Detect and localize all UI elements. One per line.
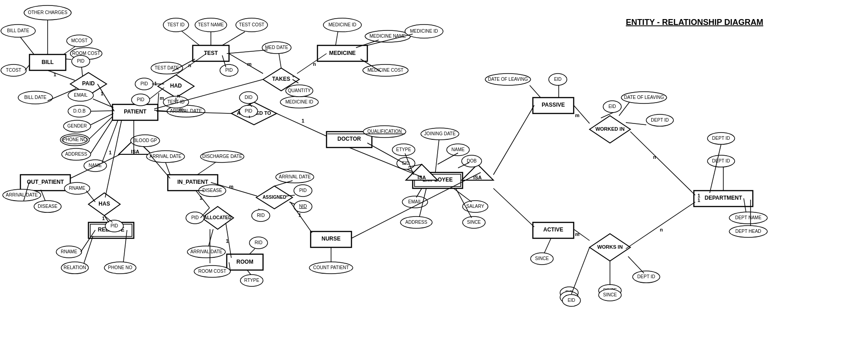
- svg-line-117: [628, 256, 644, 273]
- attr-arrival-date-outpatient-label: ARRIVAL DATE: [6, 192, 38, 197]
- relation-paid-label: PAID: [82, 80, 95, 87]
- entity-room-label: ROOM: [236, 259, 253, 265]
- svg-line-59: [41, 190, 45, 201]
- relation-takes-label: TAKES: [272, 76, 290, 82]
- svg-line-46: [277, 113, 327, 136]
- relation-works-in-label: WORKS IN: [597, 244, 623, 250]
- svg-line-72: [209, 229, 213, 246]
- svg-line-102: [493, 105, 534, 175]
- svg-text:n: n: [188, 63, 191, 68]
- svg-line-15: [91, 120, 112, 153]
- attr-dob-patient-label: D.O.B: [73, 108, 86, 113]
- attr-did-label: DID: [244, 95, 252, 100]
- attr-room-cost-label: ROOM COST: [198, 269, 226, 274]
- attr-arrival-date-inpatient-label: ARRIVAL DATE: [150, 154, 182, 159]
- attr-rtype-label: RTYPE: [244, 278, 259, 283]
- svg-text:1: 1: [200, 195, 202, 201]
- svg-text:n: n: [653, 154, 656, 160]
- svg-line-62: [86, 191, 95, 202]
- attr-test-name-label: TEST NAME: [198, 22, 224, 27]
- svg-text:n: n: [660, 227, 663, 232]
- svg-line-97: [454, 188, 472, 202]
- svg-text:1: 1: [101, 91, 103, 96]
- entity-passive-label: PASSIVE: [541, 102, 565, 108]
- attr-since-works-bottom-label: SINCE: [603, 292, 617, 297]
- attr-medicine-cost-label: MEDICINE COST: [367, 68, 403, 73]
- attr-salary-label: SALARY: [466, 204, 484, 209]
- attr-dept-id-dept-label: DEPT ID: [712, 158, 730, 163]
- svg-line-38: [336, 32, 338, 45]
- attr-rname-has-label: RNAME: [69, 186, 85, 191]
- attr-pid-allocated-label: PID: [191, 215, 199, 220]
- attr-qualification-label: QUALIFICATION: [367, 129, 402, 134]
- attr-pid-had-label: PID: [141, 81, 148, 86]
- attr-phone-label: PHONE NO: [63, 137, 87, 142]
- svg-line-76: [249, 249, 255, 254]
- svg-text:m: m: [160, 95, 164, 101]
- attr-dept-id-works-label: DEPT ID: [637, 274, 655, 279]
- attr-blood-gp-label: BLOOD GP: [133, 138, 157, 143]
- attr-disease-outpatient-label: DISEASE: [38, 204, 58, 209]
- svg-line-104: [530, 85, 541, 98]
- entity-active-label: ACTIVE: [543, 226, 563, 233]
- attr-name-employee-label: NAME: [452, 147, 465, 152]
- attr-discharge-date-label: DISCHARGE DATE: [202, 154, 242, 159]
- attr-test-cost-label: TEST COST: [239, 22, 264, 27]
- entity-bill-label: BILL: [42, 59, 54, 65]
- svg-line-30: [227, 50, 268, 54]
- attr-disease-inpatient-label: DISEASE: [202, 188, 222, 193]
- svg-line-5: [48, 70, 75, 80]
- svg-text:1: 1: [109, 150, 112, 155]
- attr-eid-worked-label: EID: [609, 104, 616, 109]
- attr-address-employee-label: ADDRESS: [405, 220, 428, 225]
- attr-tcost-label: TCOST: [6, 68, 21, 73]
- svg-line-27: [222, 32, 245, 45]
- er-diagram-svg: ENTITY - RELATIONSHIP DIAGRAM BILL PAID …: [0, 0, 868, 364]
- svg-text:1: 1: [102, 216, 105, 221]
- entity-test-label: TEST: [204, 50, 218, 56]
- attr-since-employee-label: SINCE: [467, 220, 481, 225]
- svg-text:n: n: [313, 61, 316, 67]
- entity-in-patient-label: IN_PATIENT: [177, 179, 209, 185]
- attr-pid-test-label: PID: [225, 68, 233, 73]
- svg-line-25: [181, 31, 200, 45]
- attr-dob-employee-label: DOB: [467, 158, 477, 163]
- attr-eid-works-bottom-label: EID: [568, 298, 575, 303]
- svg-text:1: 1: [54, 72, 56, 77]
- attr-mcost-label: MCOST: [71, 38, 88, 43]
- attr-rid-assigned-label: RID: [257, 213, 264, 218]
- svg-text:m: m: [575, 113, 580, 118]
- svg-text:1: 1: [154, 81, 157, 86]
- attr-pid-had2-label: PID: [137, 97, 145, 102]
- svg-line-93: [438, 153, 458, 164]
- attr-pid-assigned-label: PID: [245, 108, 253, 113]
- attr-quantity-label: QUANTITY: [288, 88, 311, 93]
- svg-line-35: [279, 54, 281, 68]
- svg-text:1: 1: [298, 212, 301, 218]
- svg-line-114: [630, 132, 695, 195]
- svg-line-110: [544, 238, 551, 253]
- attr-pid-assigned2-label: PID: [299, 188, 307, 193]
- svg-line-100: [435, 140, 439, 172]
- attr-name-patient-label: NAME: [89, 163, 102, 168]
- svg-line-124: [710, 144, 721, 193]
- svg-line-8: [82, 67, 83, 76]
- attr-rname-relative-label: RNAME: [61, 249, 77, 254]
- svg-line-77: [247, 270, 251, 275]
- relation-allocated-label: ALLOCATED: [204, 215, 232, 220]
- attr-pid-has-label: PID: [111, 223, 118, 228]
- attr-medicine-id-takes-label: MEDICINE ID: [285, 99, 313, 104]
- svg-line-103: [493, 188, 534, 227]
- svg-text:m: m: [247, 61, 252, 67]
- attr-address-patient-label: ADDRESS: [65, 152, 88, 157]
- svg-text:1: 1: [302, 118, 304, 123]
- svg-text:n: n: [177, 93, 180, 98]
- entity-patient-label: PATIENT: [124, 108, 146, 115]
- attr-arrival-date-assigned-label: ARRIVAL DATE: [279, 174, 311, 179]
- attr-since-active-label: SINCE: [535, 256, 549, 261]
- relation-had-label: HAD: [170, 83, 182, 89]
- attr-bill-date-bottom-label: BILL DATE: [24, 95, 47, 100]
- svg-line-11: [93, 99, 113, 108]
- relation-assigned-label: ASSIGNED: [263, 195, 286, 200]
- entity-out-patient-label: OUT_PATIENT: [27, 179, 64, 185]
